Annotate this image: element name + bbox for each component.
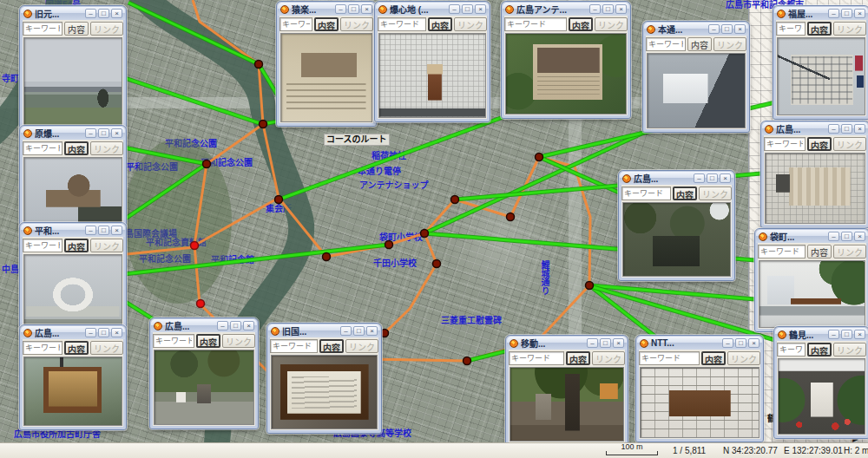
maximize-button[interactable]: □ — [602, 4, 614, 14]
link-tab[interactable]: リンク — [90, 239, 123, 252]
window-titlebar[interactable]: 旧元... –□× — [21, 7, 125, 20]
link-tab[interactable]: リンク — [90, 22, 123, 36]
close-button[interactable]: × — [854, 9, 865, 18]
link-tab[interactable]: リンク — [833, 137, 866, 151]
close-button[interactable]: × — [111, 328, 122, 337]
link-tab[interactable]: リンク — [833, 245, 866, 258]
close-button[interactable]: × — [111, 9, 122, 18]
minimize-button[interactable]: – — [340, 326, 352, 336]
keyword-input[interactable] — [639, 351, 700, 365]
link-tab[interactable]: リンク — [222, 334, 255, 348]
maximize-button[interactable]: □ — [98, 128, 109, 138]
link-tab[interactable]: リンク — [833, 343, 866, 357]
maximize-button[interactable]: □ — [841, 330, 852, 339]
minimize-button[interactable]: – — [589, 4, 601, 14]
content-tab[interactable]: 内容 — [807, 22, 832, 36]
keyword-input[interactable] — [23, 239, 62, 252]
minimize-button[interactable]: – — [85, 328, 96, 337]
keyword-input[interactable] — [378, 17, 426, 31]
close-button[interactable]: × — [243, 321, 254, 330]
link-tab[interactable]: リンク — [833, 22, 866, 36]
content-tab[interactable]: 内容 — [64, 141, 89, 155]
keyword-input[interactable] — [777, 343, 806, 357]
link-tab[interactable]: リンク — [699, 186, 732, 200]
close-button[interactable]: × — [748, 338, 760, 348]
content-tab[interactable]: 内容 — [566, 351, 590, 365]
window-titlebar[interactable]: 平和... –□× — [21, 224, 125, 237]
content-tab[interactable]: 内容 — [64, 239, 89, 252]
minimize-button[interactable]: – — [828, 124, 839, 134]
close-button[interactable]: × — [615, 4, 627, 14]
maximize-button[interactable]: □ — [600, 338, 611, 348]
window-titlebar[interactable]: 猿楽... –□× — [278, 3, 375, 16]
minimize-button[interactable]: – — [722, 338, 733, 348]
maximize-button[interactable]: □ — [707, 173, 718, 183]
window-titlebar[interactable]: 広島... –□× — [762, 122, 868, 135]
minimize-button[interactable]: – — [217, 321, 228, 330]
window-titlebar[interactable]: 移動... –□× — [507, 337, 627, 350]
close-button[interactable]: × — [720, 173, 731, 183]
close-button[interactable]: × — [854, 124, 865, 134]
close-button[interactable]: × — [613, 338, 624, 348]
minimize-button[interactable]: – — [335, 4, 346, 14]
close-button[interactable]: × — [854, 330, 865, 339]
maximize-button[interactable]: □ — [841, 232, 852, 241]
close-button[interactable]: × — [111, 226, 122, 235]
keyword-input[interactable] — [23, 141, 62, 155]
link-tab[interactable]: リンク — [340, 17, 373, 31]
window-titlebar[interactable]: 原爆... –□× — [21, 127, 125, 140]
content-tab[interactable]: 内容 — [569, 17, 593, 31]
link-tab[interactable]: リンク — [713, 37, 746, 51]
window-titlebar[interactable]: 爆心地 (... –□× — [376, 3, 489, 16]
maximize-button[interactable]: □ — [353, 326, 365, 336]
maximize-button[interactable]: □ — [841, 9, 852, 18]
link-tab[interactable]: リンク — [454, 17, 487, 31]
maximize-button[interactable]: □ — [348, 4, 359, 14]
keyword-input[interactable] — [776, 22, 806, 36]
close-button[interactable]: × — [734, 24, 746, 34]
link-tab[interactable]: リンク — [90, 341, 123, 355]
content-tab[interactable]: 内容 — [807, 245, 832, 258]
maximize-button[interactable]: □ — [462, 4, 473, 14]
content-tab[interactable]: 内容 — [64, 341, 89, 355]
minimize-button[interactable]: – — [694, 173, 705, 183]
maximize-button[interactable]: □ — [735, 338, 746, 348]
keyword-input[interactable] — [621, 186, 671, 200]
window-titlebar[interactable]: 広島... –□× — [21, 326, 125, 339]
close-button[interactable]: × — [854, 232, 865, 241]
minimize-button[interactable]: – — [587, 338, 598, 348]
link-tab[interactable]: リンク — [727, 351, 760, 365]
keyword-input[interactable] — [504, 17, 567, 31]
window-titlebar[interactable]: 旧国... –□× — [268, 324, 380, 337]
minimize-button[interactable]: – — [85, 9, 96, 18]
keyword-input[interactable] — [153, 334, 194, 348]
link-tab[interactable]: リンク — [90, 141, 123, 155]
link-tab[interactable]: リンク — [345, 339, 378, 353]
minimize-button[interactable]: – — [828, 232, 839, 241]
window-titlebar[interactable]: NTT... –□× — [637, 337, 762, 350]
window-titlebar[interactable]: 本通... –□× — [644, 23, 748, 36]
window-titlebar[interactable]: 広島アンテ... –□× — [503, 3, 629, 16]
content-tab[interactable]: 内容 — [319, 339, 344, 353]
window-titlebar[interactable]: 広島... –□× — [620, 172, 733, 185]
content-tab[interactable]: 内容 — [701, 351, 726, 365]
close-button[interactable]: × — [111, 128, 122, 138]
minimize-button[interactable]: – — [828, 330, 839, 339]
minimize-button[interactable]: – — [85, 128, 96, 138]
minimize-button[interactable]: – — [708, 24, 720, 34]
content-tab[interactable]: 内容 — [314, 17, 339, 31]
content-tab[interactable]: 内容 — [673, 186, 697, 200]
maximize-button[interactable]: □ — [230, 321, 241, 330]
link-tab[interactable]: リンク — [592, 351, 625, 365]
keyword-input[interactable] — [23, 341, 62, 355]
close-button[interactable]: × — [366, 326, 378, 336]
keyword-input[interactable] — [23, 22, 62, 36]
maximize-button[interactable]: □ — [841, 124, 852, 134]
keyword-input[interactable] — [764, 137, 806, 151]
window-titlebar[interactable]: 袋町... –□× — [756, 230, 868, 243]
content-tab[interactable]: 内容 — [428, 17, 452, 31]
maximize-button[interactable]: □ — [98, 226, 109, 235]
window-titlebar[interactable]: 福屋... –□× — [774, 7, 868, 20]
keyword-input[interactable] — [646, 37, 686, 51]
content-tab[interactable]: 内容 — [687, 37, 712, 51]
